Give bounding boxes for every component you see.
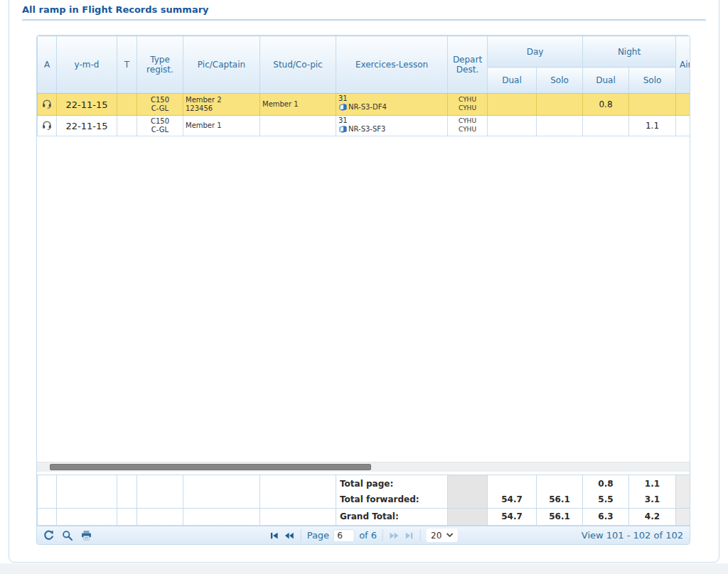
lesson-code: NR-S3-DF4 [348,103,387,112]
column-header-pic[interactable]: Pic/Captain [183,36,260,94]
column-header-day-dual[interactable]: Dual [488,67,537,94]
column-header-night-solo[interactable]: Solo [629,67,676,94]
page-title: All ramp in Flight Records summary [22,4,209,15]
cell-air [676,94,690,116]
pager-divider [420,529,421,541]
column-header-t[interactable]: T [117,36,137,94]
lesson-book-icon [338,103,348,111]
refresh-icon[interactable] [43,529,55,541]
cell-depart: CYHUCYHU [448,116,488,136]
column-header-type[interactable]: Type regist. [137,36,183,94]
footer-row-total-forwarded: Total forwarded: 54.7 56.1 5.5 3.1 [38,492,691,508]
first-page-button[interactable] [269,531,279,541]
lesson-book-icon [338,125,348,133]
grid-header: A y-m-d T Type regist. Pic/Captain Stud/… [37,36,690,93]
column-header-exercise[interactable]: Exercices-Lesson [336,36,448,94]
cell-day-solo [537,94,583,116]
print-icon[interactable] [80,530,92,541]
column-group-day: Day [488,36,583,67]
column-header-air[interactable]: Air [676,36,690,94]
view-range-text: View 101 - 102 of 102 [582,530,690,541]
footer-label: Grand Total: [336,508,448,525]
column-header-stud[interactable]: Stud/Co-pic [260,36,336,94]
page-label: Page [307,530,329,541]
cell-exercise: 31 NR-S3-DF4 [336,94,448,116]
page-size-select[interactable]: 20 [427,529,457,542]
content-panel: All ramp in Flight Records summary A y-m… [9,0,719,563]
footer-label: Total forwarded: [336,492,448,508]
cell-night-solo [629,94,676,116]
cell-day-solo [537,116,583,136]
cell-day-dual [488,116,537,136]
cell-pic: Member 1 [183,116,260,136]
cell-night-solo: 1.1 [629,116,676,136]
page-input[interactable] [333,529,355,542]
cell-depart: CYHUCYHU [448,94,488,116]
cell-date: 22-11-15 [57,94,117,116]
lesson-code: NR-S3-SF3 [348,125,385,134]
horizontal-scrollbar-thumb[interactable] [50,464,371,470]
pager-divider [301,529,301,541]
horizontal-scrollbar[interactable] [37,462,690,472]
title-divider [22,19,706,21]
page-size-value: 20 [431,531,441,541]
column-group-night: Night [583,36,676,67]
exercise-number: 31 [338,94,445,103]
footer-label: Total page: [336,475,448,492]
cell-day-dual [488,94,537,116]
column-header-a[interactable]: A [38,36,57,94]
column-header-date[interactable]: y-m-d [57,36,117,94]
cell-date: 22-11-15 [57,116,117,136]
cell-stud [260,116,336,136]
page-background-strip [0,563,728,574]
cell-t [117,94,137,116]
cell-air [676,116,690,136]
flight-records-grid: A y-m-d T Type regist. Pic/Captain Stud/… [36,35,690,545]
table-row-selected[interactable]: 22-11-15 C150C-GL Member 2123456 Member … [38,94,690,116]
cell-pic: Member 2123456 [183,94,260,116]
cell-type: C150C-GL [137,116,183,136]
column-header-night-dual[interactable]: Dual [583,67,629,94]
headset-icon [42,120,52,130]
exercise-number: 31 [338,117,445,125]
grid-footer: Total page: 0.8 1.1 Total forwarded: 54.… [37,475,690,526]
footer-row-total-page: Total page: 0.8 1.1 [38,475,691,492]
footer-row-grand-total: Grand Total: 54.7 56.1 6.3 4.2 [38,508,691,525]
next-page-button[interactable] [389,531,400,541]
search-icon[interactable] [62,530,73,541]
page-of-label: of 6 [359,530,377,541]
cell-type: C150C-GL [137,94,183,116]
headset-icon [42,99,52,109]
grid-body: 22-11-15 C150C-GL Member 2123456 Member … [37,93,690,462]
cell-stud: Member 1 [260,94,336,116]
prev-page-button[interactable] [284,531,295,541]
pager-divider [382,529,383,541]
column-header-depart[interactable]: Depart Dest. [448,36,488,94]
cell-t [117,116,137,136]
last-page-button[interactable] [405,531,414,541]
table-row[interactable]: 22-11-15 C150C-GL Member 1 31 NR-S3-SF3 … [38,116,690,136]
pager: Page of 6 20 View 101 - 102 of 102 [37,526,690,544]
cell-night-dual [583,116,629,136]
cell-night-dual: 0.8 [583,94,629,116]
column-header-day-solo[interactable]: Solo [537,67,583,94]
cell-exercise: 31 NR-S3-SF3 [336,116,448,136]
chevron-down-icon [446,533,453,538]
